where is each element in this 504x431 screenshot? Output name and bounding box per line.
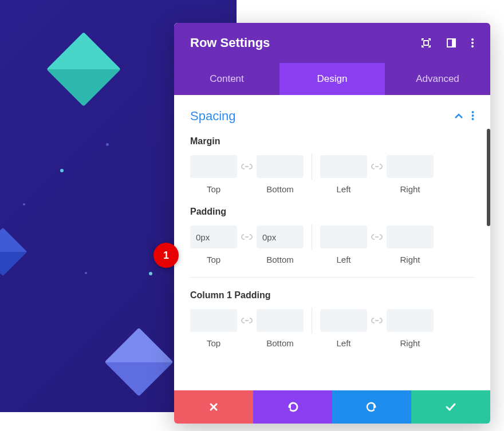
kebab-menu-icon[interactable] — [471, 37, 474, 49]
svg-point-6 — [472, 111, 474, 113]
label-left: Left — [320, 184, 367, 194]
modal-title: Row Settings — [190, 35, 270, 50]
label-bottom: Bottom — [257, 338, 304, 348]
svg-point-7 — [472, 114, 474, 117]
padding-left-input[interactable] — [320, 226, 367, 248]
decorative-dot — [106, 143, 109, 146]
svg-point-5 — [471, 45, 474, 48]
chevron-up-icon[interactable] — [454, 111, 463, 121]
divider — [190, 277, 474, 278]
section-kebab-icon[interactable] — [471, 110, 474, 122]
link-icon[interactable] — [241, 317, 253, 325]
modal-tabs: Content Design Advanced — [174, 63, 490, 95]
modal-titlebar: Row Settings — [174, 23, 490, 63]
decorative-dot — [23, 203, 25, 205]
section-title: Spacing — [190, 109, 236, 124]
col1-padding-bottom-input[interactable] — [257, 309, 304, 332]
col1-padding-side-labels: Top Bottom Left Right — [190, 338, 474, 348]
svg-point-3 — [471, 38, 474, 41]
col1-padding-right-input[interactable] — [387, 309, 434, 332]
snap-icon[interactable] — [446, 37, 457, 49]
divider — [312, 307, 312, 334]
tab-content[interactable]: Content — [174, 63, 279, 95]
svg-rect-2 — [452, 39, 455, 47]
padding-inputs — [190, 224, 474, 250]
tab-advanced[interactable]: Advanced — [385, 63, 490, 95]
label-left: Left — [320, 255, 367, 264]
link-icon[interactable] — [371, 317, 383, 325]
margin-right-input[interactable] — [387, 155, 434, 178]
col1-padding-top-input[interactable] — [190, 309, 237, 332]
label-top: Top — [190, 184, 237, 194]
scrollbar[interactable] — [487, 129, 490, 226]
label-bottom: Bottom — [257, 255, 304, 264]
margin-bottom-input[interactable] — [257, 155, 304, 178]
undo-button[interactable] — [253, 390, 332, 424]
link-icon[interactable] — [241, 233, 253, 241]
annotation-callout-1: 1 — [153, 243, 179, 268]
label-left: Left — [320, 338, 367, 348]
padding-bottom-input[interactable] — [257, 226, 304, 248]
link-icon[interactable] — [371, 163, 383, 171]
padding-side-labels: Top Bottom Left Right — [190, 255, 474, 264]
link-icon[interactable] — [241, 163, 253, 171]
margin-label: Margin — [190, 136, 474, 147]
margin-top-input[interactable] — [190, 155, 237, 178]
decorative-dot — [149, 272, 152, 275]
divider — [312, 224, 312, 250]
section-header: Spacing — [190, 109, 474, 124]
col1-padding-left-input[interactable] — [320, 309, 367, 332]
divider — [312, 153, 312, 180]
margin-left-input[interactable] — [320, 155, 367, 178]
cancel-button[interactable] — [174, 390, 253, 424]
label-right: Right — [387, 255, 434, 264]
tab-design[interactable]: Design — [279, 63, 385, 95]
modal-footer — [174, 390, 490, 424]
margin-side-labels: Top Bottom Left Right — [190, 184, 474, 194]
svg-point-8 — [472, 118, 474, 120]
label-bottom: Bottom — [257, 184, 304, 194]
decorative-dot — [85, 272, 87, 274]
redo-button[interactable] — [332, 390, 411, 424]
save-button[interactable] — [411, 390, 490, 424]
svg-rect-0 — [424, 41, 428, 45]
padding-top-input[interactable] — [190, 226, 237, 248]
decorative-cube — [46, 32, 121, 106]
decorative-cube — [104, 327, 173, 396]
titlebar-actions — [420, 37, 474, 49]
label-right: Right — [387, 338, 434, 348]
label-right: Right — [387, 184, 434, 194]
margin-inputs — [190, 153, 474, 180]
label-top: Top — [190, 255, 237, 264]
padding-label: Padding — [190, 207, 474, 217]
padding-right-input[interactable] — [387, 226, 434, 248]
decorative-dot — [60, 169, 64, 172]
row-settings-modal: Row Settings Content Design Advanced Spa… — [174, 23, 490, 424]
modal-content: Spacing Margin — [174, 95, 490, 390]
column1-padding-inputs — [190, 307, 474, 334]
link-icon[interactable] — [371, 233, 383, 241]
expand-icon[interactable] — [420, 37, 432, 49]
svg-point-4 — [471, 42, 474, 44]
column1-padding-label: Column 1 Padding — [190, 290, 474, 300]
decorative-cube — [0, 228, 27, 276]
label-top: Top — [190, 338, 237, 348]
